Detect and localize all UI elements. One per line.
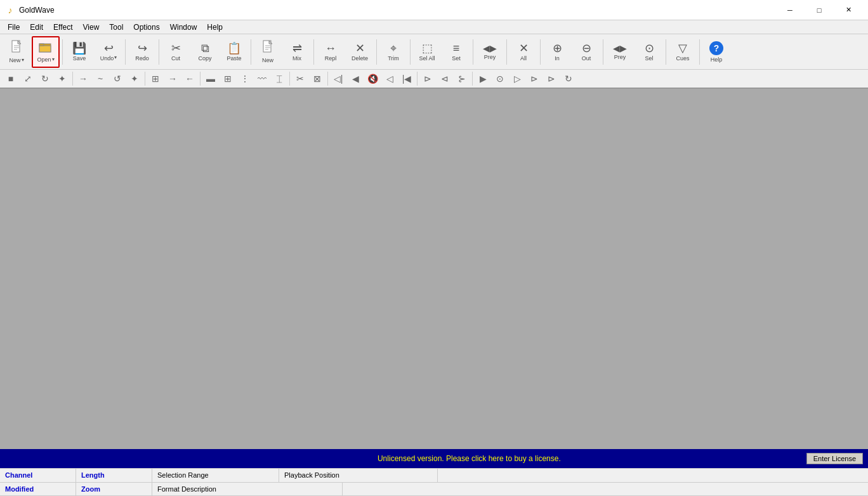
copy-icon: ⧉	[201, 42, 209, 54]
mute2-icon[interactable]: 🔇	[364, 71, 381, 86]
delete-icon: ✕	[355, 42, 365, 54]
out-icon: ⊖	[582, 42, 591, 54]
toolbar-btn-open[interactable]: Open▾	[32, 36, 60, 68]
prev2-icon: ◀▶	[613, 44, 627, 53]
toolbar-btn-new[interactable]: New▾	[3, 36, 30, 68]
menu-item-options[interactable]: Options	[128, 22, 164, 33]
toolbar-btn-cues[interactable]: ▽Cues	[669, 36, 697, 68]
prev-icon: ◀▶	[483, 44, 497, 53]
license-text[interactable]: Unlicensed version. Please click here to…	[132, 454, 806, 463]
toolbar-btn-redo[interactable]: ↪Redo	[128, 36, 156, 68]
svg-rect-7	[39, 44, 44, 46]
svg-rect-6	[39, 46, 51, 52]
enter-license-button[interactable]: Enter License	[806, 453, 863, 464]
toolbar-btn-mix[interactable]: ⇌Mix	[283, 36, 311, 68]
status-cell-modified: Modified	[0, 483, 76, 496]
grid-icon[interactable]: ⊞	[147, 71, 164, 86]
record-icon[interactable]: ⊙	[492, 71, 508, 86]
toolbar-btn-in[interactable]: ⊕In	[543, 36, 571, 68]
skip-back-icon[interactable]: |◀	[398, 71, 415, 86]
toolbar-btn-undo[interactable]: ↩Undo▾	[95, 36, 122, 68]
toolbar-btn-sel_all[interactable]: ⬚Sel All	[413, 36, 441, 68]
status-cell-channel: Channel	[0, 469, 76, 482]
menu-item-window[interactable]: Window	[165, 22, 202, 33]
toolbar-btn-trim[interactable]: ⌖Trim	[379, 36, 407, 68]
help-icon: ?	[709, 41, 723, 55]
toolbar-btn-cut[interactable]: ✂Cut	[162, 36, 190, 68]
rewind-icon[interactable]: ◁	[381, 71, 398, 86]
status-row-2: ModifiedZoomFormat Description	[0, 483, 868, 497]
toolbar2-separator	[417, 72, 418, 86]
rotate-icon[interactable]: ↻	[37, 71, 53, 86]
undo-icon: ↩	[104, 42, 114, 54]
star-icon[interactable]: ✦	[126, 71, 143, 86]
status-bar: ChannelLengthSelection RangePlayback Pos…	[0, 468, 868, 496]
toolbar-btn-prev2[interactable]: ◀▶Prey	[606, 36, 634, 68]
select-icon[interactable]: ■	[3, 71, 19, 86]
menu-item-effect[interactable]: Effect	[48, 22, 77, 33]
maximize-button[interactable]: □	[805, 0, 834, 20]
toolbar-btn-copy[interactable]: ⧉Copy	[191, 36, 219, 68]
prev3-icon[interactable]: ◀	[347, 71, 364, 86]
start-icon[interactable]: ◁|	[330, 71, 346, 86]
paste-icon: 📋	[227, 42, 241, 54]
play-icon[interactable]: ⊳	[419, 71, 436, 86]
toolbar-btn-delete[interactable]: ✕Delete	[346, 36, 374, 68]
cut2-icon[interactable]: ✂	[292, 71, 308, 86]
mix-icon[interactable]: ⊞	[220, 71, 236, 86]
toolbar2-separator	[472, 72, 473, 86]
open-icon	[39, 41, 53, 55]
zoom-icon[interactable]: ⤢	[20, 71, 36, 86]
toolbar-separator	[540, 39, 541, 65]
play5-icon[interactable]: ▷	[509, 71, 525, 86]
toolbar-btn-all[interactable]: ✕All	[510, 36, 537, 68]
play6-icon[interactable]: ⊳	[526, 71, 542, 86]
play3-icon[interactable]: ⊱	[454, 71, 470, 86]
forward-icon[interactable]: →	[75, 71, 91, 86]
toolbar-btn-set[interactable]: ≡Set	[442, 36, 470, 68]
toolbar-separator	[376, 39, 377, 65]
wave-icon[interactable]: ~	[92, 71, 109, 86]
menu-item-edit[interactable]: Edit	[25, 22, 48, 33]
right-icon[interactable]: →	[164, 71, 181, 86]
trim-icon: ⌖	[390, 42, 397, 54]
main-area	[0, 89, 868, 449]
menu-item-tool[interactable]: Tool	[104, 22, 128, 33]
toolbar2-separator	[145, 72, 145, 86]
set-icon: ≡	[453, 42, 460, 54]
toolbar-btn-save[interactable]: 💾Save	[65, 36, 93, 68]
toolbar-btn-new2[interactable]: New	[254, 36, 282, 68]
mute-icon[interactable]: ⊠	[309, 71, 326, 86]
menu-item-help[interactable]: Help	[202, 22, 228, 33]
close-button[interactable]: ✕	[834, 0, 863, 20]
toolbar-btn-help[interactable]: ?Help	[702, 36, 730, 68]
toolbar-btn-paste[interactable]: 📋Paste	[220, 36, 248, 68]
toolbar-btn-prev[interactable]: ◀▶Prey	[476, 36, 504, 68]
toolbar-separator	[473, 39, 473, 65]
toolbar-btn-out[interactable]: ⊖Out	[572, 36, 600, 68]
channel-icon[interactable]: ⌶	[271, 71, 287, 86]
menu-item-file[interactable]: File	[3, 22, 25, 33]
in-icon: ⊕	[553, 42, 562, 54]
status-row-1: ChannelLengthSelection RangePlayback Pos…	[0, 469, 868, 483]
left-icon[interactable]: ←	[181, 71, 198, 86]
toolbar: New▾Open▾💾Save↩Undo▾↪Redo✂Cut⧉Copy📋Paste…	[0, 34, 868, 70]
toolbar-separator	[699, 39, 700, 65]
minimize-button[interactable]: ─	[775, 0, 805, 20]
loop-icon[interactable]: ↻	[560, 71, 577, 86]
toolbar-btn-sel[interactable]: ⊙Sel	[635, 36, 663, 68]
wave2-icon[interactable]: 〰	[254, 71, 270, 86]
undo2-icon[interactable]: ↺	[109, 71, 126, 86]
window-controls: ─ □ ✕	[775, 0, 863, 20]
save-icon: 💾	[72, 42, 86, 54]
effect-icon[interactable]: ✦	[54, 71, 70, 86]
dots-icon[interactable]: ⋮	[237, 71, 253, 86]
menu-item-view[interactable]: View	[78, 22, 105, 33]
play4-icon[interactable]: ▶	[475, 71, 491, 86]
title-bar-left: ♪ GoldWave	[5, 5, 55, 15]
repl-icon: ↔	[325, 42, 336, 54]
bar-icon[interactable]: ▬	[202, 71, 219, 86]
play2-icon[interactable]: ⊲	[437, 71, 453, 86]
toolbar-btn-repl[interactable]: ↔Repl	[317, 36, 345, 68]
play7-icon[interactable]: ⊳	[543, 71, 560, 86]
